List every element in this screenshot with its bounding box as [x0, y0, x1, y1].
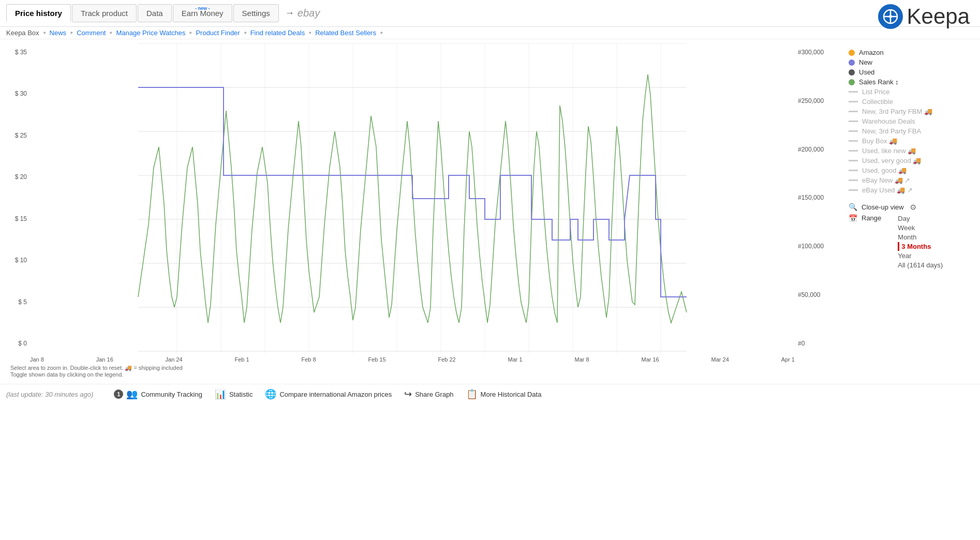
- subnav-manage-price-watches[interactable]: Manage Price Watches: [116, 29, 185, 37]
- range-all[interactable]: All (1614 days): [898, 261, 943, 269]
- subnav-find-related-deals[interactable]: Find related Deals: [250, 29, 305, 37]
- legend-label-new-3p-fbm: New, 3rd Party FBM 🚚: [862, 108, 932, 115]
- legend-controls: 🔍 Close-up view ⊙ 📅 Range Day Week Month…: [849, 201, 972, 271]
- y-label-30: $ 30: [4, 90, 27, 97]
- x-label-mar1: Mar 1: [508, 356, 523, 363]
- yr-0: #0: [798, 340, 836, 347]
- subnav-news[interactable]: News: [50, 29, 67, 37]
- statistic-item[interactable]: 📊 Statistic: [215, 388, 253, 400]
- legend-sales-rank[interactable]: Sales Rank ↕: [849, 77, 972, 87]
- chart-note-line1: Select area to zoom in. Double-click to …: [10, 365, 830, 371]
- range-3months[interactable]: 3 Months: [898, 242, 943, 251]
- warehouse-line: [849, 121, 858, 122]
- range-label: Range: [862, 214, 881, 222]
- x-label-feb1: Feb 1: [234, 356, 249, 363]
- community-tracking-item[interactable]: 1 👥 Community Tracking: [114, 388, 202, 400]
- y-label-35: $ 35: [4, 49, 27, 56]
- collectible-line: [849, 101, 858, 102]
- x-label-feb15: Feb 15: [368, 356, 385, 363]
- y-label-25: $ 25: [4, 132, 27, 139]
- legend-label-used-very-good: Used, very good 🚚: [862, 157, 921, 164]
- tab-data[interactable]: Data: [138, 4, 172, 22]
- legend-label-warehouse: Warehouse Deals: [862, 117, 915, 125]
- range-year[interactable]: Year: [898, 251, 943, 260]
- legend-ebay-new[interactable]: eBay New 🚚 ↗: [849, 175, 972, 185]
- toggle-icon[interactable]: ⊙: [910, 203, 916, 211]
- legend-ebay-used[interactable]: eBay Used 🚚 ↗: [849, 185, 972, 195]
- used-like-new-line: [849, 150, 858, 152]
- new-3p-fba-line: [849, 130, 858, 132]
- legend-new[interactable]: New: [849, 57, 972, 67]
- legend-label-used-like-new: Used, like new 🚚: [862, 147, 916, 155]
- legend-label-sales-rank: Sales Rank ↕: [859, 78, 899, 86]
- buybox-line: [849, 140, 858, 142]
- community-icon: 👥: [126, 388, 138, 400]
- y-label-0: $ 0: [4, 340, 27, 347]
- bottom-bar: (last update: 30 minutes ago) 1 👥 Commun…: [0, 384, 980, 404]
- logo-icon: [878, 4, 903, 29]
- range-month[interactable]: Month: [898, 233, 943, 242]
- price-chart[interactable]: [30, 43, 795, 354]
- more-label: More Historical Data: [481, 391, 542, 398]
- legend-used-good[interactable]: Used, good 🚚: [849, 166, 972, 175]
- used-good-line: [849, 170, 858, 171]
- used-dot: [849, 69, 855, 76]
- x-label-jan8: Jan 8: [30, 356, 44, 363]
- y-axis-right: #300,000 #250,000 #200,000 #150,000 #100…: [795, 43, 836, 363]
- chart-container: $ 35 $ 30 $ 25 $ 20 $ 15 $ 10 $ 5 $ 0: [0, 43, 840, 380]
- legend-used-like-new[interactable]: Used, like new 🚚: [849, 146, 972, 156]
- chart-wrap: $ 35 $ 30 $ 25 $ 20 $ 15 $ 10 $ 5 $ 0: [4, 43, 836, 363]
- x-label-jan16: Jan 16: [96, 356, 113, 363]
- legend-used[interactable]: Used: [849, 67, 972, 77]
- community-label: Community Tracking: [141, 391, 202, 398]
- list-price-line: [849, 91, 858, 93]
- range-options: Day Week Month 3 Months Year All (1614 d…: [898, 214, 943, 269]
- tab-earn-money[interactable]: - new - Earn Money: [173, 4, 232, 22]
- logo-text: Keepa: [907, 4, 970, 29]
- legend-new-3p-fba[interactable]: New, 3rd Party FBA: [849, 126, 972, 136]
- sub-nav: Keepa Box ✦ News ✦ Comment ✦ Manage Pric…: [0, 27, 980, 39]
- ebay-new-line: [849, 179, 858, 181]
- range-week[interactable]: Week: [898, 223, 943, 232]
- globe-icon: 🌐: [265, 388, 276, 400]
- legend-amazon[interactable]: Amazon: [849, 48, 972, 57]
- legend-used-very-good[interactable]: Used, very good 🚚: [849, 156, 972, 166]
- x-label-feb8: Feb 8: [301, 356, 316, 363]
- legend-buybox[interactable]: Buy Box 🚚: [849, 136, 972, 146]
- yr-200k: #200,000: [798, 146, 836, 153]
- tab-track-product[interactable]: Track product: [72, 4, 137, 22]
- compare-label: Compare international Amazon prices: [279, 391, 392, 398]
- compare-item[interactable]: 🌐 Compare international Amazon prices: [265, 388, 392, 400]
- legend-label-used: Used: [859, 68, 874, 76]
- header: Price history Track product Data - new -…: [0, 0, 980, 27]
- x-label-feb22: Feb 22: [438, 356, 455, 363]
- new-dot: [849, 59, 855, 66]
- community-count: 1: [114, 389, 123, 399]
- range-day[interactable]: Day: [898, 214, 943, 223]
- tab-price-history[interactable]: Price history: [6, 4, 71, 22]
- share-graph-item[interactable]: ↪ Share Graph: [404, 388, 453, 400]
- subnav-keepabox[interactable]: Keepa Box: [6, 29, 39, 37]
- subnav-related-best-sellers[interactable]: Related Best Sellers: [315, 29, 376, 37]
- legend-collectible[interactable]: Collectible: [849, 97, 972, 107]
- legend-new-3p-fbm[interactable]: New, 3rd Party FBM 🚚: [849, 107, 972, 116]
- new-3p-fbm-line: [849, 111, 858, 112]
- ebay-link[interactable]: → ebay: [285, 7, 320, 19]
- subnav-product-finder[interactable]: Product Finder: [196, 29, 240, 37]
- x-axis: Jan 8 Jan 16 Jan 24 Feb 1 Feb 8 Feb 15 F…: [30, 356, 795, 363]
- legend-list-price[interactable]: List Price: [849, 87, 972, 97]
- svg-point-3: [889, 15, 892, 18]
- legend-label-collectible: Collectible: [862, 98, 893, 106]
- range-row: 📅 Range Day Week Month 3 Months Year All…: [849, 213, 972, 271]
- x-label-mar8: Mar 8: [575, 356, 589, 363]
- tab-settings[interactable]: Settings: [233, 4, 279, 22]
- chart-inner[interactable]: Jan 8 Jan 16 Jan 24 Feb 1 Feb 8 Feb 15 F…: [30, 43, 795, 363]
- more-historical-item[interactable]: 📋 More Historical Data: [466, 388, 542, 400]
- subnav-comment[interactable]: Comment: [77, 29, 106, 37]
- legend-label-ebay-new: eBay New 🚚 ↗: [862, 176, 910, 184]
- legend-warehouse-deals[interactable]: Warehouse Deals: [849, 116, 972, 126]
- closeup-row: 🔍 Close-up view ⊙: [849, 201, 972, 213]
- y-label-10: $ 10: [4, 257, 27, 264]
- x-label-mar16: Mar 16: [641, 356, 659, 363]
- legend-label-new-3p-fba: New, 3rd Party FBA: [862, 127, 921, 135]
